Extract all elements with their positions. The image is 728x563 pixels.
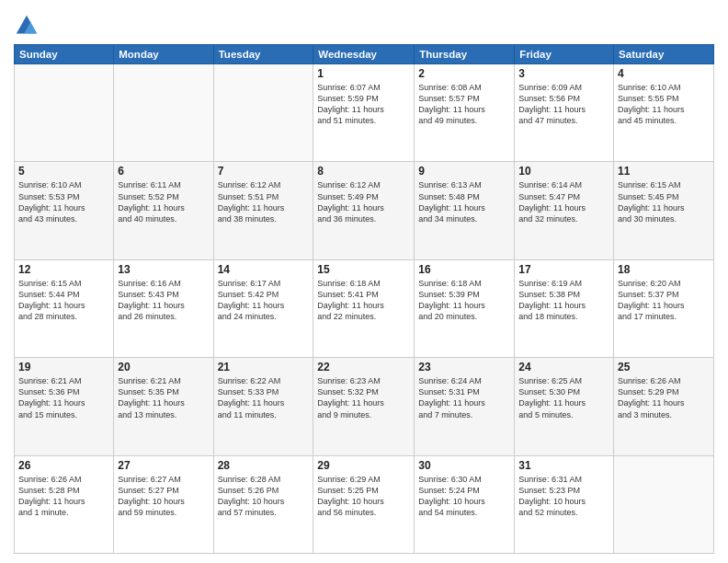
calendar-cell: 5Sunrise: 6:10 AM Sunset: 5:53 PM Daylig… — [15, 162, 114, 259]
day-info: Sunrise: 6:18 AM Sunset: 5:39 PM Dayligh… — [418, 278, 510, 323]
day-number: 20 — [118, 361, 209, 373]
day-number: 13 — [118, 263, 209, 276]
day-info: Sunrise: 6:09 AM Sunset: 5:56 PM Dayligh… — [518, 82, 609, 127]
calendar-cell: 10Sunrise: 6:14 AM Sunset: 5:47 PM Dayli… — [515, 162, 614, 259]
day-info: Sunrise: 6:20 AM Sunset: 5:37 PM Dayligh… — [618, 278, 710, 323]
calendar-cell: 31Sunrise: 6:31 AM Sunset: 5:23 PM Dayli… — [515, 455, 614, 553]
day-info: Sunrise: 6:18 AM Sunset: 5:41 PM Dayligh… — [317, 278, 410, 323]
calendar-cell: 26Sunrise: 6:26 AM Sunset: 5:28 PM Dayli… — [15, 455, 114, 553]
day-info: Sunrise: 6:14 AM Sunset: 5:47 PM Dayligh… — [518, 179, 609, 224]
calendar-cell: 9Sunrise: 6:13 AM Sunset: 5:48 PM Daylig… — [415, 162, 515, 259]
week-row-2: 5Sunrise: 6:10 AM Sunset: 5:53 PM Daylig… — [15, 162, 714, 259]
calendar-cell: 15Sunrise: 6:18 AM Sunset: 5:41 PM Dayli… — [313, 259, 415, 357]
header-sunday: Sunday — [15, 45, 114, 64]
day-number: 22 — [317, 361, 410, 373]
day-number: 24 — [518, 361, 609, 373]
header-monday: Monday — [114, 45, 213, 64]
calendar-cell — [15, 64, 114, 162]
day-number: 18 — [618, 263, 710, 276]
calendar-cell: 7Sunrise: 6:12 AM Sunset: 5:51 PM Daylig… — [213, 162, 313, 259]
day-number: 29 — [317, 459, 410, 472]
day-info: Sunrise: 6:26 AM Sunset: 5:28 PM Dayligh… — [18, 474, 109, 519]
week-row-4: 19Sunrise: 6:21 AM Sunset: 5:36 PM Dayli… — [15, 358, 714, 455]
calendar-cell: 16Sunrise: 6:18 AM Sunset: 5:39 PM Dayli… — [415, 259, 515, 357]
day-number: 2 — [418, 67, 510, 80]
calendar-cell — [614, 455, 714, 553]
header-thursday: Thursday — [415, 45, 515, 64]
calendar-cell: 1Sunrise: 6:07 AM Sunset: 5:59 PM Daylig… — [313, 64, 415, 162]
calendar-cell: 28Sunrise: 6:28 AM Sunset: 5:26 PM Dayli… — [213, 455, 313, 553]
logo — [14, 13, 42, 39]
day-info: Sunrise: 6:27 AM Sunset: 5:27 PM Dayligh… — [118, 474, 209, 519]
calendar-cell: 25Sunrise: 6:26 AM Sunset: 5:29 PM Dayli… — [614, 358, 714, 455]
calendar-cell: 17Sunrise: 6:19 AM Sunset: 5:38 PM Dayli… — [515, 259, 614, 357]
day-number: 26 — [18, 459, 109, 472]
week-row-1: 1Sunrise: 6:07 AM Sunset: 5:59 PM Daylig… — [15, 64, 714, 162]
day-info: Sunrise: 6:08 AM Sunset: 5:57 PM Dayligh… — [418, 82, 510, 127]
day-info: Sunrise: 6:15 AM Sunset: 5:44 PM Dayligh… — [18, 278, 109, 323]
day-info: Sunrise: 6:13 AM Sunset: 5:48 PM Dayligh… — [418, 179, 510, 224]
week-row-5: 26Sunrise: 6:26 AM Sunset: 5:28 PM Dayli… — [15, 455, 714, 553]
calendar-cell: 3Sunrise: 6:09 AM Sunset: 5:56 PM Daylig… — [515, 64, 614, 162]
header-friday: Friday — [515, 45, 614, 64]
day-number: 12 — [18, 263, 109, 276]
calendar-cell: 18Sunrise: 6:20 AM Sunset: 5:37 PM Dayli… — [614, 259, 714, 357]
day-number: 28 — [218, 459, 310, 472]
day-info: Sunrise: 6:21 AM Sunset: 5:36 PM Dayligh… — [18, 375, 109, 420]
day-number: 10 — [518, 165, 609, 178]
calendar-cell: 22Sunrise: 6:23 AM Sunset: 5:32 PM Dayli… — [313, 358, 415, 455]
header-tuesday: Tuesday — [213, 45, 313, 64]
day-number: 11 — [618, 165, 710, 178]
calendar-cell: 27Sunrise: 6:27 AM Sunset: 5:27 PM Dayli… — [114, 455, 213, 553]
logo-icon — [14, 13, 40, 39]
calendar-cell: 11Sunrise: 6:15 AM Sunset: 5:45 PM Dayli… — [614, 162, 714, 259]
day-info: Sunrise: 6:23 AM Sunset: 5:32 PM Dayligh… — [317, 375, 410, 420]
calendar-cell: 6Sunrise: 6:11 AM Sunset: 5:52 PM Daylig… — [114, 162, 213, 259]
day-info: Sunrise: 6:31 AM Sunset: 5:23 PM Dayligh… — [518, 474, 609, 519]
calendar-cell — [213, 64, 313, 162]
day-info: Sunrise: 6:10 AM Sunset: 5:55 PM Dayligh… — [618, 82, 710, 127]
day-info: Sunrise: 6:16 AM Sunset: 5:43 PM Dayligh… — [118, 278, 209, 323]
day-info: Sunrise: 6:30 AM Sunset: 5:24 PM Dayligh… — [418, 474, 510, 519]
day-number: 19 — [18, 361, 109, 373]
day-number: 4 — [618, 67, 710, 80]
day-number: 14 — [218, 263, 310, 276]
calendar-table: Sunday Monday Tuesday Wednesday Thursday… — [14, 44, 714, 554]
day-number: 16 — [418, 263, 510, 276]
day-info: Sunrise: 6:28 AM Sunset: 5:26 PM Dayligh… — [218, 474, 310, 519]
weekday-header-row: Sunday Monday Tuesday Wednesday Thursday… — [15, 45, 714, 64]
day-number: 21 — [218, 361, 310, 373]
day-info: Sunrise: 6:29 AM Sunset: 5:25 PM Dayligh… — [317, 474, 410, 519]
day-info: Sunrise: 6:26 AM Sunset: 5:29 PM Dayligh… — [618, 375, 710, 420]
day-number: 31 — [518, 459, 609, 472]
header-saturday: Saturday — [614, 45, 714, 64]
day-info: Sunrise: 6:10 AM Sunset: 5:53 PM Dayligh… — [18, 179, 109, 224]
day-info: Sunrise: 6:19 AM Sunset: 5:38 PM Dayligh… — [518, 278, 609, 323]
day-number: 8 — [317, 165, 410, 178]
day-number: 1 — [317, 67, 410, 80]
calendar-cell: 24Sunrise: 6:25 AM Sunset: 5:30 PM Dayli… — [515, 358, 614, 455]
calendar-cell: 20Sunrise: 6:21 AM Sunset: 5:35 PM Dayli… — [114, 358, 213, 455]
day-number: 6 — [118, 165, 209, 178]
day-info: Sunrise: 6:25 AM Sunset: 5:30 PM Dayligh… — [518, 375, 609, 420]
calendar-cell: 21Sunrise: 6:22 AM Sunset: 5:33 PM Dayli… — [213, 358, 313, 455]
day-info: Sunrise: 6:21 AM Sunset: 5:35 PM Dayligh… — [118, 375, 209, 420]
day-info: Sunrise: 6:15 AM Sunset: 5:45 PM Dayligh… — [618, 179, 710, 224]
header-wednesday: Wednesday — [313, 45, 415, 64]
day-number: 5 — [18, 165, 109, 178]
calendar-cell: 30Sunrise: 6:30 AM Sunset: 5:24 PM Dayli… — [415, 455, 515, 553]
day-info: Sunrise: 6:22 AM Sunset: 5:33 PM Dayligh… — [218, 375, 310, 420]
calendar-cell: 23Sunrise: 6:24 AM Sunset: 5:31 PM Dayli… — [415, 358, 515, 455]
day-number: 15 — [317, 263, 410, 276]
calendar-cell: 19Sunrise: 6:21 AM Sunset: 5:36 PM Dayli… — [15, 358, 114, 455]
day-number: 3 — [518, 67, 609, 80]
header — [14, 9, 714, 39]
calendar-cell: 29Sunrise: 6:29 AM Sunset: 5:25 PM Dayli… — [313, 455, 415, 553]
day-number: 9 — [418, 165, 510, 178]
day-info: Sunrise: 6:11 AM Sunset: 5:52 PM Dayligh… — [118, 179, 209, 224]
calendar-cell: 4Sunrise: 6:10 AM Sunset: 5:55 PM Daylig… — [614, 64, 714, 162]
calendar-page: Sunday Monday Tuesday Wednesday Thursday… — [0, 0, 728, 563]
day-number: 23 — [418, 361, 510, 373]
day-info: Sunrise: 6:24 AM Sunset: 5:31 PM Dayligh… — [418, 375, 510, 420]
day-info: Sunrise: 6:12 AM Sunset: 5:49 PM Dayligh… — [317, 179, 410, 224]
